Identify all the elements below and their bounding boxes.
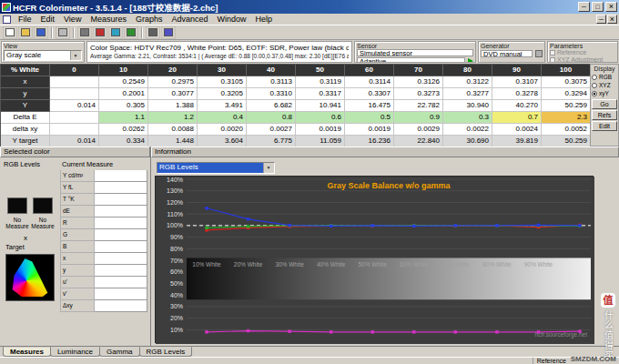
menu-item-view[interactable]: View bbox=[59, 15, 86, 24]
no-measure-caption: No Measure bbox=[30, 217, 56, 229]
column-header-100: 100 bbox=[542, 65, 591, 76]
generator-name-field[interactable]: DVD manual bbox=[481, 50, 533, 57]
tab-rgb-levels[interactable]: RGB Levels bbox=[139, 347, 193, 357]
svg-text:130%: 130% bbox=[167, 187, 183, 194]
svg-text:60%: 60% bbox=[170, 268, 183, 275]
table-cell: 50.259 bbox=[542, 100, 591, 112]
settings-button[interactable] bbox=[146, 26, 160, 39]
svg-text:60% White: 60% White bbox=[400, 261, 429, 268]
table-cell: 0.6 bbox=[296, 112, 345, 124]
xyz-adjustment-label: XYZ Adjustment bbox=[557, 56, 603, 63]
play-icon[interactable] bbox=[468, 58, 473, 63]
tab-luminance[interactable]: Luminance bbox=[50, 347, 100, 357]
settings-icon bbox=[148, 28, 157, 36]
close-button[interactable] bbox=[605, 2, 617, 12]
measure-row-label: u' bbox=[60, 277, 95, 288]
measure-row-label: B bbox=[60, 241, 95, 253]
table-cell: 0.9 bbox=[394, 112, 443, 124]
help-button[interactable] bbox=[161, 26, 176, 39]
radio-dot-icon bbox=[592, 83, 597, 88]
measure-row: Δxy bbox=[60, 300, 147, 312]
graph-type-value: RGB Levels bbox=[157, 163, 263, 173]
measure-row-value bbox=[95, 194, 147, 206]
current-measure-label: Current Measure bbox=[62, 160, 113, 168]
tab-measures[interactable]: Measures bbox=[3, 347, 51, 357]
menu-item-measures[interactable]: Measures bbox=[86, 15, 131, 24]
row-header: y bbox=[1, 88, 50, 100]
view-combobox[interactable]: Gray scale bbox=[4, 50, 82, 61]
table-cell: 0.3277 bbox=[443, 88, 492, 100]
table-cell: 1.388 bbox=[148, 100, 198, 112]
menu-item-window[interactable]: Window bbox=[212, 15, 250, 24]
maximize-button[interactable] bbox=[592, 2, 604, 12]
cursor-label: x bbox=[24, 234, 27, 242]
svg-text:140%: 140% bbox=[167, 177, 183, 183]
titlebar: HCFR Colorimeter - 3.5.1.4 - [188寸校准数据-2… bbox=[0, 0, 619, 14]
menu-item-graphs[interactable]: Graphs bbox=[131, 15, 167, 24]
measure-free-icon bbox=[127, 28, 136, 36]
column-header-50: 50 bbox=[296, 65, 345, 76]
measure-row-label: G bbox=[60, 229, 95, 241]
app-icon bbox=[2, 3, 11, 12]
table-cell: 0.3114 bbox=[345, 76, 394, 88]
save-icon bbox=[36, 28, 46, 36]
sensor-mode-field[interactable]: Adaptive bbox=[357, 57, 465, 63]
table-cell: 1.1 bbox=[99, 112, 148, 124]
radio-xyy[interactable]: xyY bbox=[592, 89, 617, 97]
tab-gamma[interactable]: Gamma bbox=[99, 347, 139, 357]
measure-primaries-button[interactable] bbox=[93, 26, 107, 39]
table-cell: 40.270 bbox=[492, 100, 542, 112]
go-button[interactable]: Go bbox=[592, 99, 617, 109]
gamma-contrast-summary: Average Gamma: 2.21, Contrast: 3534:1 | … bbox=[90, 53, 349, 60]
measure-free-button[interactable] bbox=[124, 26, 138, 39]
table-cell: 0.3119 bbox=[296, 76, 345, 88]
view-label: View bbox=[4, 43, 82, 49]
edit-button[interactable]: Edit bbox=[592, 121, 617, 131]
mdi-minimize-button[interactable] bbox=[596, 15, 606, 24]
measure-row-value bbox=[95, 265, 147, 277]
measure-row-label: Δxy bbox=[60, 300, 95, 312]
table-cell: 0.3310 bbox=[247, 88, 296, 100]
radio-rgb[interactable]: RGB bbox=[592, 73, 617, 81]
menu-item-edit[interactable]: Edit bbox=[36, 15, 60, 24]
minimize-button[interactable] bbox=[578, 2, 590, 12]
measure-grayscale-button[interactable] bbox=[77, 26, 92, 39]
mdi-close-button[interactable] bbox=[607, 15, 617, 24]
graph-type-combobox[interactable]: RGB Levels bbox=[157, 162, 275, 174]
menu-items: FileEditViewMeasuresGraphsAdvancedWindow… bbox=[14, 15, 596, 24]
menu-item-help[interactable]: Help bbox=[250, 15, 277, 24]
svg-text:80% White: 80% White bbox=[482, 261, 512, 268]
measure-secondaries-button[interactable] bbox=[108, 26, 123, 39]
svg-text:50% White: 50% White bbox=[359, 261, 388, 268]
table-cell: 0.0029 bbox=[394, 124, 443, 136]
measure-row: B bbox=[60, 241, 147, 253]
refs-button[interactable]: Refs bbox=[592, 110, 617, 120]
sensor-name-field[interactable]: Simulated sensor bbox=[357, 49, 473, 56]
table-cell: 0.305 bbox=[99, 100, 148, 112]
open-file-button[interactable] bbox=[18, 26, 33, 39]
new-file-button[interactable] bbox=[3, 26, 17, 39]
measure-row-value bbox=[95, 241, 147, 253]
save-button[interactable] bbox=[34, 26, 48, 39]
print-button[interactable] bbox=[56, 26, 70, 39]
measure-row: y bbox=[60, 265, 147, 277]
measure-row: dE bbox=[60, 206, 147, 217]
chevron-down-icon[interactable] bbox=[70, 51, 81, 60]
document-icon[interactable] bbox=[3, 15, 11, 24]
measure-row-value bbox=[95, 277, 147, 288]
chevron-down-icon[interactable] bbox=[263, 163, 274, 173]
menu-item-file[interactable]: File bbox=[14, 15, 36, 24]
measure-row: u' bbox=[60, 277, 147, 288]
radio-xyz[interactable]: XYZ bbox=[592, 81, 617, 89]
gear-icon[interactable] bbox=[535, 50, 543, 57]
menu-item-advanced[interactable]: Advanced bbox=[167, 15, 212, 24]
radio-label-rgb: RGB bbox=[599, 74, 612, 80]
no-measure-caption: No Measure bbox=[5, 217, 30, 229]
xyz-adjustment-option: XYZ Adjustment bbox=[550, 56, 615, 63]
table-cell: 30.940 bbox=[443, 100, 492, 112]
table-cell: 3.491 bbox=[198, 100, 247, 112]
table-cell: 0.3278 bbox=[492, 88, 542, 100]
measure-row-value bbox=[95, 170, 147, 182]
svg-text:70%: 70% bbox=[170, 258, 183, 264]
table-cell: 0.8 bbox=[247, 112, 296, 124]
